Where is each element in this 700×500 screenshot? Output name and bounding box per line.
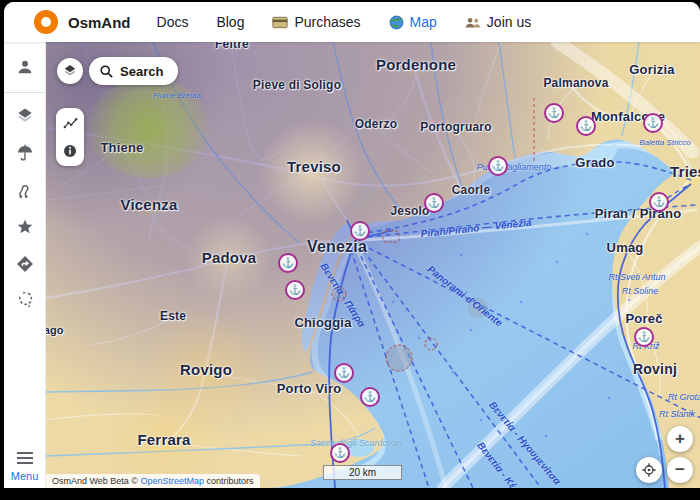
altitude-graph-icon: [62, 115, 79, 132]
sidebar-item-configure-map[interactable]: [4, 97, 45, 134]
info-icon: [62, 143, 78, 159]
zoom-out-button[interactable]: −: [667, 457, 693, 483]
person-icon: [15, 57, 35, 77]
sidebar-item-favorites[interactable]: [4, 208, 45, 245]
brand-title: OsmAnd: [68, 14, 131, 31]
locate-button[interactable]: [636, 457, 662, 483]
attribution: OsmAnd Web Beta © OpenStreetMap contribu…: [46, 474, 260, 488]
nav-item-label: Map: [410, 14, 437, 30]
sidebar-menu-button[interactable]: Menu: [4, 451, 45, 482]
map-side-tools: [56, 108, 84, 166]
info-button[interactable]: [58, 140, 82, 162]
top-nav: DocsBlogPurchasesMapJoin us: [157, 14, 532, 30]
route-icon: [15, 180, 35, 200]
left-sidebar: Menu: [4, 42, 46, 488]
sidebar-item-tracks[interactable]: [4, 171, 45, 208]
globe-icon: [389, 15, 404, 30]
plan-route-icon: [15, 291, 35, 311]
map-layers-button[interactable]: [57, 58, 83, 84]
map-geography: [46, 42, 700, 488]
nav-item-label: Purchases: [294, 14, 360, 30]
directions-icon: [15, 254, 35, 274]
map-canvas[interactable]: PordenoneTrevisoVeneziaPadovaVicenzaRovi…: [46, 42, 700, 488]
sidebar-item-weather[interactable]: [4, 134, 45, 171]
nav-item-blog[interactable]: Blog: [216, 14, 244, 30]
crosshair-icon: [641, 462, 657, 478]
purchases-card-icon: [272, 16, 288, 29]
plus-icon: +: [675, 429, 685, 449]
attribution-text: OsmAnd Web Beta ©: [52, 476, 141, 486]
layers-icon: [15, 106, 35, 126]
scale-bar: 20 km: [323, 465, 402, 480]
sidebar-item-navigation[interactable]: [4, 245, 45, 282]
layers-icon: [62, 63, 78, 79]
top-navigation-bar: OsmAnd DocsBlogPurchasesMapJoin us: [4, 2, 700, 42]
nav-item-docs[interactable]: Docs: [157, 14, 189, 30]
sidebar-item-account[interactable]: [4, 42, 45, 93]
sidebar-item-plan-route[interactable]: [4, 282, 45, 319]
nav-item-label: Blog: [216, 14, 244, 30]
search-icon: [99, 64, 114, 79]
nav-item-label: Docs: [157, 14, 189, 30]
search-label: Search: [120, 64, 163, 79]
menu-label: Menu: [4, 470, 45, 482]
terrain-profile-button[interactable]: [58, 112, 82, 134]
minus-icon: −: [675, 460, 685, 480]
attribution-suffix: contributors: [204, 476, 254, 486]
star-icon: [15, 217, 35, 237]
hamburger-icon: [16, 451, 34, 465]
umbrella-icon: [15, 143, 35, 163]
search-button[interactable]: Search: [89, 57, 178, 85]
community-icon: [465, 16, 481, 29]
nav-item-label: Join us: [487, 14, 531, 30]
nav-item-purchases[interactable]: Purchases: [272, 14, 360, 30]
osmand-logo-icon[interactable]: [34, 10, 58, 34]
zoom-in-button[interactable]: +: [667, 426, 693, 452]
openstreetmap-link[interactable]: OpenStreetMap: [141, 476, 205, 486]
app-window: OsmAnd DocsBlogPurchasesMapJoin us Menu: [4, 2, 700, 488]
nav-item-join-us[interactable]: Join us: [465, 14, 531, 30]
nav-item-map[interactable]: Map: [389, 14, 437, 30]
scale-label: 20 km: [349, 467, 376, 478]
